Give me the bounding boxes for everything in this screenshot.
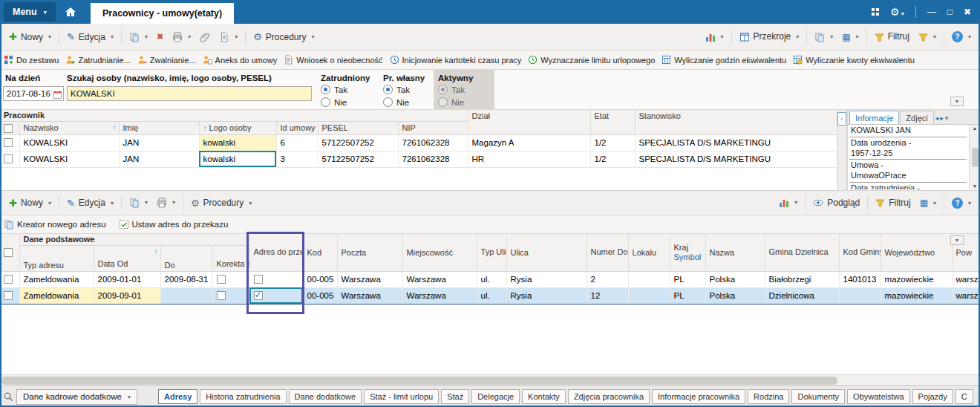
column-header-ulica[interactable]: Ulica [506,234,587,271]
employees-group-header[interactable]: Pracownik [0,110,468,121]
employee-row-selected[interactable]: KOWALSKI JAN kowalski 3 57122507252 7261… [0,151,837,167]
cell[interactable]: Warszawa [402,287,477,304]
filter-button[interactable]: Filtruj [870,28,914,45]
cell[interactable]: Warszawa [402,271,477,287]
column-header-adres-do-przekazu[interactable]: Adres do przekazu pocztowego [249,234,303,271]
cell[interactable]: 00-005 [303,287,337,304]
column-header-dzial[interactable]: Dział [468,110,590,134]
select-all-checkbox[interactable] [0,234,19,271]
select-all-checkbox[interactable] [0,121,19,134]
cell[interactable]: Dzielnicowa [765,287,839,304]
views-button[interactable]: ▾ [810,28,837,45]
korekta-checkbox[interactable] [217,275,226,284]
zatrudniony-radio-tak[interactable]: Tak [321,85,347,94]
cell[interactable]: ul. [477,287,506,304]
cell[interactable]: JAN [119,134,199,151]
cell[interactable]: 7261062328 [398,134,468,151]
tab-dokumenty[interactable]: Dokumenty [791,389,845,404]
search-input[interactable] [67,86,312,101]
help-button[interactable]: ?▾ [947,28,976,45]
cell[interactable] [628,271,670,287]
tab-zdjecia-pracownika[interactable]: Zdjęcia pracownika [568,389,650,404]
cell[interactable]: 1/2 [590,151,635,167]
column-header-kod-gminy[interactable]: Kod Gminy [839,234,881,271]
cell[interactable]: Magazyn A [468,134,590,151]
export-button[interactable]: ▾ [215,28,242,45]
column-header-gmina[interactable]: Gmina Dzielnica [765,234,839,271]
cell[interactable] [212,287,249,304]
apps-grid-icon[interactable] [872,8,879,16]
cell[interactable]: 57122507252 [318,151,398,167]
cell[interactable] [212,271,249,287]
cell[interactable]: Zameldowania [19,287,94,304]
column-header-id-umowy[interactable]: Id umowy [276,121,318,134]
cell[interactable] [0,151,19,167]
kreator-adresu-button[interactable]: Kreator nowego adresu [4,219,106,229]
tab-informacje[interactable]: Informacje [849,111,899,124]
row-checkbox[interactable] [4,275,13,284]
cell[interactable]: Polska [705,287,765,304]
menu-button[interactable]: Menu ▾ [4,2,56,22]
column-header-typ-adresu[interactable]: Typ adresu [19,245,94,271]
cell[interactable]: kowalski [199,134,276,151]
cell[interactable]: KOWALSKI [19,151,119,167]
column-header-wojewodztwo[interactable]: Województwo [881,234,952,271]
cell[interactable]: 1/2 [590,134,635,151]
cell[interactable]: 2009-08-31 [160,271,212,287]
focused-cell[interactable] [249,287,303,304]
edit-button[interactable]: ✎Edycja▾ [62,28,118,45]
column-header-lokalu[interactable]: Lokalu [628,234,670,271]
scrollbar-thumb[interactable] [1,377,837,385]
przekroje-button[interactable]: Przekroje▾ [735,28,804,45]
scrollbar-thumb[interactable] [972,148,979,167]
cell[interactable]: PL [670,271,705,287]
collapse-left-button[interactable]: ‹ [837,112,846,126]
row-checkbox[interactable] [4,291,13,300]
zatrudnianie-button[interactable]: Zatrudnianie... [65,55,130,65]
cell[interactable]: 6 [276,134,318,151]
addresses-group-header[interactable]: Dane podstawowe [19,234,249,245]
cell[interactable]: 57122507252 [318,134,398,151]
column-header-stanowisko[interactable]: Stanowisko [635,110,837,134]
column-header-kraj-symbol[interactable]: KrajSymbol [670,234,705,271]
na-dzien-date-input[interactable] [3,86,64,101]
cell[interactable]: 2 [587,271,628,287]
tab-adresy[interactable]: Adresy [158,389,197,404]
preview-button[interactable]: Podgląd [808,195,864,212]
copy-button[interactable]: ▾ [125,28,152,45]
przekaz-checkbox-checked[interactable] [254,291,263,300]
column-header-data-od[interactable]: Data Od↑ [94,245,160,271]
cell[interactable]: Rysia [506,271,587,287]
column-header-logo-osoby[interactable]: ↑ Logo osoby [199,121,276,134]
cell[interactable]: 00-005 [303,271,337,287]
cell[interactable]: Rysia [506,287,587,304]
minimize-button[interactable]: — [927,7,936,16]
cell[interactable]: SPECJALISTA D/S MARKETINGU [635,151,837,167]
cell[interactable]: 7261062328 [398,151,468,167]
copy-address-button[interactable]: ▾ [125,195,152,212]
home-button[interactable] [65,7,76,18]
column-header-nazwisko[interactable]: Nazwisko↑ [19,121,119,134]
cell[interactable]: 2009-09-01 [94,287,160,304]
wniosek-button[interactable]: Wniosek o nieobecność [284,55,382,65]
cell[interactable]: Warszawa [337,287,402,304]
cell[interactable]: mazowieckie [881,271,952,287]
cell[interactable]: HR [468,151,590,167]
column-header-kod[interactable]: Kod [303,234,337,271]
pr-wlasny-radio-nie[interactable]: Nie [383,97,409,107]
tab-scroll-left-icon[interactable]: ◂ [935,114,939,122]
tab-informacje-pracownika[interactable]: Informacje pracownika [652,389,745,404]
ustaw-adres-button[interactable]: Ustaw adres do przekazu [119,219,229,229]
cell[interactable] [839,287,881,304]
cell[interactable] [0,134,19,151]
settings-gear-button[interactable]: ⚙▾ [890,7,904,18]
attachment-button[interactable] [195,28,215,45]
column-header-do[interactable]: Do [160,245,212,271]
cell[interactable]: warsz [952,287,980,304]
tab-obywatelstwa[interactable]: Obywatelstwa [847,389,909,404]
column-header-korekta[interactable]: Korekta adresu [212,245,249,271]
column-header-nip[interactable]: NIP [398,121,468,134]
tab-rodzina[interactable]: Rodzina [748,389,789,404]
tab-staz[interactable]: Staż [441,389,469,404]
cell[interactable]: mazowieckie [881,287,952,304]
